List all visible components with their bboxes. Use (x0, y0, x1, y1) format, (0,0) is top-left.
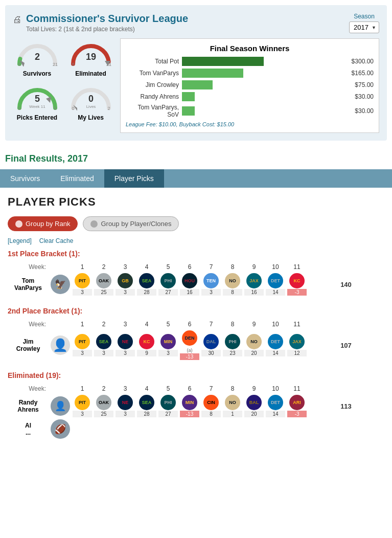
week-header-1: 1 (72, 384, 93, 394)
pick-week-5: PHI 27 (157, 272, 179, 297)
player-name: Al... (8, 418, 49, 440)
player-total: 140 (308, 272, 384, 297)
svg-text:21: 21 (106, 62, 111, 66)
week-header-11: 11 (286, 384, 308, 394)
col-avatar (49, 262, 72, 272)
player-row-0: TomVanParys🦅 PIT 3 OAK 25 GB 3 SEA 28 PH… (8, 272, 384, 297)
pick-week-3: NE 3 (114, 329, 136, 361)
week-header-2: 2 (93, 319, 114, 329)
fee-note: League Fee: $10.00, Buyback Cost: $15.00 (126, 121, 374, 127)
results-heading: Final Results, 2017 (0, 146, 392, 169)
week-header-3: 3 (114, 319, 136, 329)
pick-empty (200, 418, 222, 440)
week-header-7: 7 (200, 319, 222, 329)
printer-icon[interactable]: 🖨 (13, 14, 22, 25)
player-name: TomVanParys (8, 272, 49, 297)
tab-survivors[interactable]: Survivors (0, 169, 50, 188)
week-header-11: 11 (286, 262, 308, 272)
svg-text:2: 2 (107, 106, 110, 110)
pick-week-8: NO 8 (222, 272, 243, 297)
svg-text:5: 5 (54, 106, 56, 110)
pick-week-11: JAX 12 (286, 329, 308, 361)
week-header-1: 1 (72, 319, 93, 329)
legend-link[interactable]: [Legend] (8, 237, 32, 244)
tab-player-picks[interactable]: Player Picks (104, 169, 164, 188)
section-title: PLAYER PICKS (8, 195, 384, 209)
player-row-1: Al...🏈 (8, 418, 384, 440)
week-header-5: 5 (157, 384, 179, 394)
bracket-first-place: 1st Place Bracket (1):Week:1234567891011… (8, 250, 384, 297)
eliminated-label: Eliminated (66, 70, 115, 77)
pick-week-3: NE 3 (114, 394, 136, 418)
content-area: PLAYER PICKS Group by Rank Group by Play… (0, 188, 392, 458)
col-total (308, 262, 384, 272)
svg-text:2: 2 (34, 52, 39, 62)
pick-empty (93, 418, 114, 440)
week-header-9: 9 (243, 384, 265, 394)
player-total (308, 418, 384, 440)
pick-week-4: SEA 28 (136, 394, 157, 418)
week-header-7: 7 (200, 384, 222, 394)
season-dropdown[interactable]: 2017 2016 2015 (349, 21, 379, 33)
pick-week-4: KC 9 (136, 329, 157, 361)
pick-empty (265, 418, 286, 440)
week-header-4: 4 (136, 384, 157, 394)
my-lives-label: My Lives (66, 114, 115, 121)
svg-text:Week 11: Week 11 (29, 104, 45, 109)
week-header-10: 10 (265, 319, 286, 329)
pick-week-10: DET 14 (265, 394, 286, 418)
svg-text:5: 5 (34, 94, 39, 104)
svg-text:0: 0 (18, 62, 20, 66)
pick-week-7: TEN 3 (200, 272, 222, 297)
pick-empty (114, 418, 136, 440)
player-row-0: RandyAhrens👤 PIT 3 OAK 25 NE 3 SEA 28 PH… (8, 394, 384, 418)
pick-week-8: PHI 23 (222, 329, 243, 361)
svg-text:Lives: Lives (86, 104, 96, 109)
pick-week-6: DEN (a) -13 (179, 329, 200, 361)
pick-week-6: MIN -13 (179, 394, 200, 418)
week-header-2: 2 (93, 384, 114, 394)
player-avatar: 🏈 (49, 418, 72, 440)
winner-row-1: Tom VanParys $165.00 (126, 69, 374, 78)
bracket-title-eliminated[interactable]: Eliminated (19): (8, 371, 384, 379)
bracket-title-first-place[interactable]: 1st Place Bracket (1): (8, 250, 384, 258)
pick-week-5: MIN 3 (157, 329, 179, 361)
pick-empty (286, 418, 308, 440)
tab-eliminated[interactable]: Eliminated (50, 169, 104, 188)
col-week-label: Week: (8, 319, 49, 329)
week-header-10: 10 (265, 384, 286, 394)
col-week-label: Week: (8, 262, 49, 272)
bracket-title-second-place[interactable]: 2nd Place Bracket (1): (8, 307, 384, 315)
week-header-4: 4 (136, 319, 157, 329)
pick-week-6: HOU 16 (179, 272, 200, 297)
pick-week-8: NO 1 (222, 394, 243, 418)
league-title: Commissioner's Survivor League (26, 13, 188, 25)
player-avatar: 👤 (49, 329, 72, 361)
col-week-label: Week: (8, 384, 49, 394)
pick-empty (243, 418, 265, 440)
group-by-player-btn[interactable]: Group by Player/Clones (83, 216, 179, 231)
survivors-label: Survivors (13, 70, 61, 77)
pick-week-9: NO 20 (243, 329, 265, 361)
player-row-0: JimCrowley👤 PIT 3 SEA 3 NE 3 KC 9 MIN 3 (8, 329, 384, 361)
winners-title: Final Season Winners (126, 44, 374, 53)
pick-empty (179, 418, 200, 440)
svg-text:19: 19 (85, 52, 96, 62)
bracket-second-place: 2nd Place Bracket (1):Week:1234567891011… (8, 307, 384, 361)
group-by-rank-btn[interactable]: Group by Rank (8, 216, 78, 231)
week-header-6: 6 (179, 319, 200, 329)
clear-cache-link[interactable]: Clear Cache (39, 237, 74, 244)
svg-text:21: 21 (52, 62, 57, 66)
pick-week-2: OAK 25 (93, 272, 114, 297)
pick-week-1: PIT 3 (72, 394, 93, 418)
week-header-8: 8 (222, 384, 243, 394)
winner-row-0: Total Pot $300.00 (126, 57, 374, 66)
col-total (308, 319, 384, 329)
picks-entered-gauge: 5 Week 11 0 5 Picks Entered (13, 82, 61, 121)
week-header-5: 5 (157, 319, 179, 329)
col-avatar (49, 319, 72, 329)
pick-week-1: PIT 3 (72, 329, 93, 361)
tabs-bar: Survivors Eliminated Player Picks (0, 169, 392, 188)
pick-week-10: DET 14 (265, 272, 286, 297)
svg-text:0: 0 (88, 94, 93, 104)
